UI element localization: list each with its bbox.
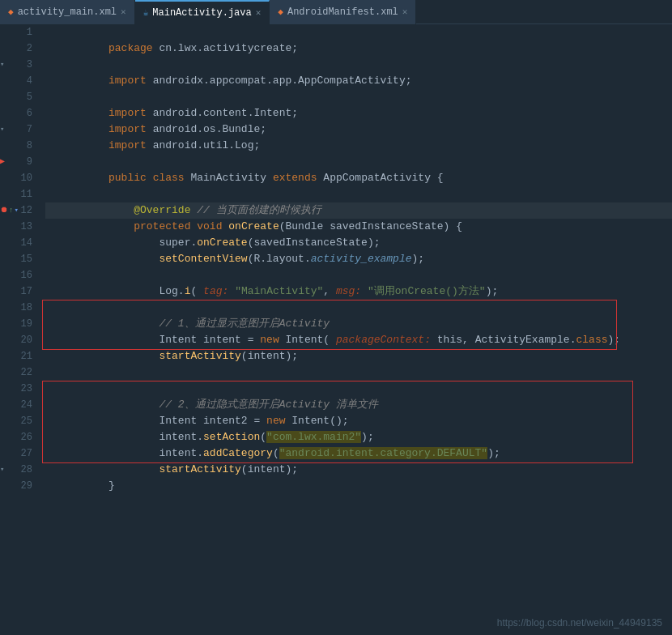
gutter-5: 5 <box>0 89 32 105</box>
gutter-2: 2 <box>0 40 32 57</box>
close-icon[interactable]: ✕ <box>256 7 262 18</box>
code-line-17 <box>45 283 672 300</box>
close-icon[interactable]: ✕ <box>402 6 408 17</box>
code-line-26: intent.addCategory("android.intent.categ… <box>45 429 672 445</box>
manifest-xml-icon: ◆ <box>278 6 283 17</box>
gutter-23: 23 <box>0 381 32 397</box>
gutter-10: 10 <box>0 170 32 186</box>
tab-mainactivity[interactable]: ☕ MainActivity.java ✕ <box>135 0 270 24</box>
gutter-4: 4 <box>0 73 32 89</box>
code-line-9: public class MainActivity extends AppCom… <box>45 154 672 170</box>
code-line-10 <box>45 170 672 186</box>
code-line-28: } <box>45 462 672 478</box>
fold-icon[interactable]: ▾ <box>0 57 4 73</box>
tab-label: AndroidManifest.xml <box>287 6 398 18</box>
code-line-18: // 1、通过显示意图开启Activity <box>45 300 672 316</box>
gutter-20: 20 <box>0 332 32 348</box>
gutter-28: ▾ 28 <box>0 462 32 478</box>
gutter-22: 22 <box>0 364 32 381</box>
code-line-13: super.onCreate(savedInstanceState); <box>45 219 672 235</box>
tab-label: MainActivity.java <box>152 7 251 19</box>
code-line-24: Intent intent2 = new Intent(); <box>45 397 672 413</box>
gutter-18: 18 <box>0 300 32 316</box>
code-line-12: protected void onCreate(Bundle savedInst… <box>45 202 672 219</box>
code-line-1: package cn.lwx.activitycreate; <box>45 24 672 40</box>
code-line-2 <box>45 40 672 57</box>
code-area: package cn.lwx.activitycreate; import an… <box>39 24 672 635</box>
gutter-14: 14 <box>0 235 32 251</box>
java-icon: ☕ <box>143 7 149 18</box>
code-line-5: import android.content.Intent; <box>45 89 672 105</box>
run-icon[interactable]: ▶ <box>0 154 5 170</box>
code-line-6: import android.os.Bundle; <box>45 105 672 121</box>
code-line-4 <box>45 73 672 89</box>
breakpoint-icon[interactable]: ⏺ <box>0 202 8 219</box>
code-line-3: import androidx.appcompat.app.AppCompatA… <box>45 57 672 73</box>
gutter-13: 13 <box>0 219 32 235</box>
gutter-26: 26 <box>0 429 32 445</box>
code-line-15 <box>45 251 672 267</box>
code-line-14: setContentView(R.layout.activity_example… <box>45 235 672 251</box>
gutter-24: 24 <box>0 397 32 413</box>
code-line-29 <box>45 478 672 494</box>
tab-label: activity_main.xml <box>18 6 117 18</box>
gutter-7: ▾ 7 <box>0 121 32 138</box>
gutter-8: 8 <box>0 138 32 154</box>
code-line-19: Intent intent = new Intent( packageConte… <box>45 316 672 332</box>
line-numbers: 1 2 ▾ 3 4 5 6 ▾ 7 8 ▶ 9 10 11 ⏺ ↑ ▾ 12 <box>0 24 39 635</box>
code-line-7: import android.util.Log; <box>45 121 672 138</box>
fold-icon[interactable]: ▾ <box>0 121 4 138</box>
gutter-11: 11 <box>0 186 32 202</box>
gutter-21: 21 <box>0 348 32 364</box>
code-line-23: // 2、通过隐式意图开启Activity 清单文件 <box>45 381 672 397</box>
gutter-12: ⏺ ↑ ▾ 12 <box>0 202 32 219</box>
code-line-21 <box>45 348 672 364</box>
tab-bar: ◆ activity_main.xml ✕ ☕ MainActivity.jav… <box>0 0 672 24</box>
code-line-27: startActivity(intent); <box>45 445 672 462</box>
tab-manifest[interactable]: ◆ AndroidManifest.xml ✕ <box>270 0 416 24</box>
code-line-22 <box>45 364 672 381</box>
code-line-25: intent.setAction("com.lwx.main2"); <box>45 413 672 429</box>
xml-icon: ◆ <box>8 6 14 17</box>
gutter-9: ▶ 9 <box>0 154 32 170</box>
watermark: https://blog.csdn.net/weixin_44949135 <box>497 617 662 629</box>
code-line-11: @Override // 当页面创建的时候执行 <box>45 186 672 202</box>
fold-icon[interactable]: ▾ <box>0 462 4 478</box>
code-line-8 <box>45 138 672 154</box>
gutter-15: 15 <box>0 251 32 267</box>
close-icon[interactable]: ✕ <box>121 6 126 17</box>
gutter-1: 1 <box>0 24 32 40</box>
gutter-25: 25 <box>0 413 32 429</box>
gutter-3: ▾ 3 <box>0 57 32 73</box>
fold-icon[interactable]: ▾ <box>14 202 18 219</box>
gutter-27: 27 <box>0 445 32 462</box>
gutter-6: 6 <box>0 105 32 121</box>
code-line-20: startActivity(intent); <box>45 332 672 348</box>
gutter-19: 19 <box>0 316 32 332</box>
gutter-29: 29 <box>0 478 32 494</box>
gutter-16: 16 <box>0 267 32 283</box>
override-icon: ↑ <box>9 202 13 219</box>
tab-activity-xml[interactable]: ◆ activity_main.xml ✕ <box>0 0 135 24</box>
editor: 1 2 ▾ 3 4 5 6 ▾ 7 8 ▶ 9 10 11 ⏺ ↑ ▾ 12 <box>0 24 672 635</box>
gutter-17: 17 <box>0 283 32 300</box>
code-line-16: Log.i( tag: "MainActivity", msg: "调用onCr… <box>45 267 672 283</box>
